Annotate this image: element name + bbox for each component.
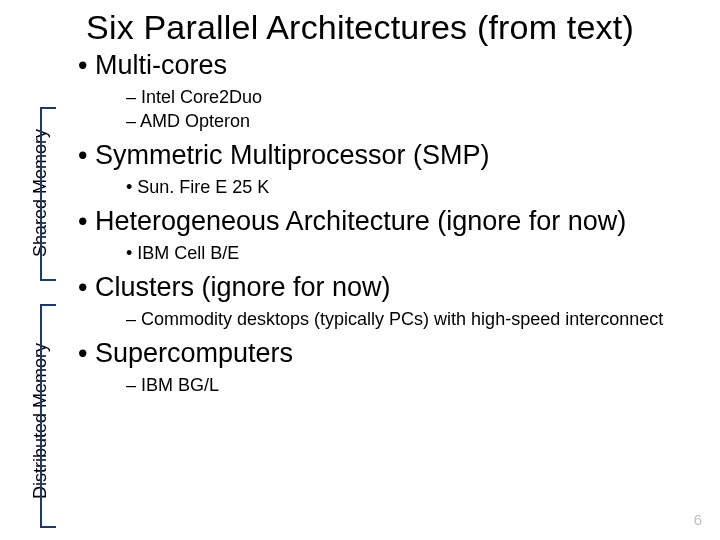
item-text: Heterogeneous Architecture (ignore for n…: [95, 206, 626, 236]
item-smp: Symmetric Multiprocessor (SMP) Sun. Fire…: [78, 139, 710, 199]
sublist: Commodity desktops (typically PCs) with …: [96, 307, 710, 331]
slide: Six Parallel Architectures (from text) S…: [0, 0, 720, 540]
bullet-list: Multi-cores Intel Core2Duo AMD Opteron S…: [60, 49, 710, 398]
subitem: IBM BG/L: [126, 373, 710, 397]
subitem: Commodity desktops (typically PCs) with …: [126, 307, 710, 331]
subitem: AMD Opteron: [126, 109, 710, 133]
bracket-distributed-icon: [40, 304, 56, 528]
slide-title: Six Parallel Architectures (from text): [0, 0, 720, 49]
subitem: Sun. Fire E 25 K: [126, 175, 710, 199]
sublist: Sun. Fire E 25 K: [96, 175, 710, 199]
item-text: Symmetric Multiprocessor (SMP): [95, 140, 490, 170]
item-text: Supercomputers: [95, 338, 293, 368]
subitem: Intel Core2Duo: [126, 85, 710, 109]
sublist: IBM BG/L: [96, 373, 710, 397]
page-number: 6: [694, 511, 702, 528]
bracket-shared-icon: [40, 107, 56, 281]
slide-body: Shared Memory Distributed Memory Multi-c…: [0, 49, 720, 398]
item-hetero: Heterogeneous Architecture (ignore for n…: [78, 205, 710, 265]
subitem: IBM Cell B/E: [126, 241, 710, 265]
item-multicores: Multi-cores Intel Core2Duo AMD Opteron: [78, 49, 710, 133]
sublist: IBM Cell B/E: [96, 241, 710, 265]
item-text: Clusters (ignore for now): [95, 272, 391, 302]
item-text: Multi-cores: [95, 50, 227, 80]
sublist: Intel Core2Duo AMD Opteron: [96, 85, 710, 134]
item-clusters: Clusters (ignore for now) Commodity desk…: [78, 271, 710, 331]
item-supercomputers: Supercomputers IBM BG/L: [78, 337, 710, 397]
